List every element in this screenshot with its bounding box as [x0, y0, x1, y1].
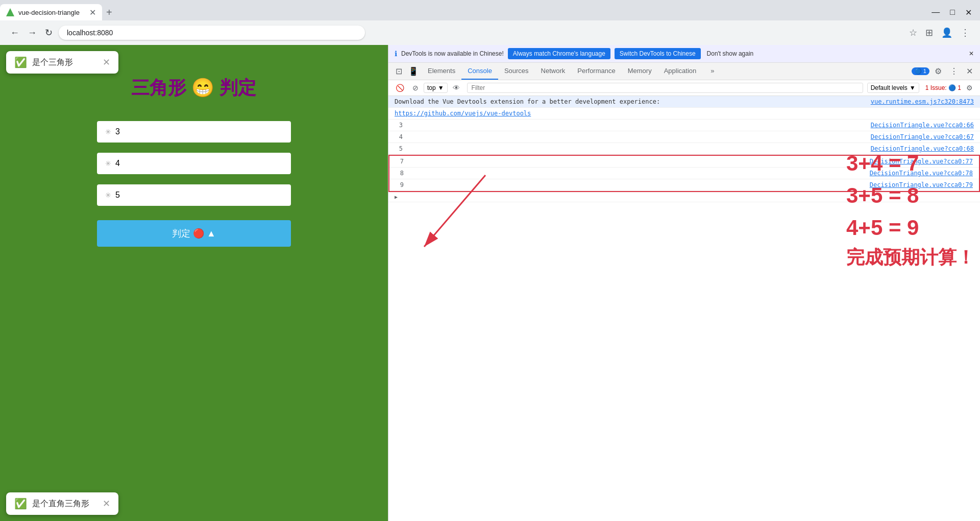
console-msg-3: 3 DecisionTriangle.vue?cca0:66 — [388, 120, 980, 131]
tab-memory[interactable]: Memory — [622, 63, 658, 80]
switch-chinese-button[interactable]: Switch DevTools to Chinese — [615, 48, 701, 59]
context-selector[interactable]: top ▼ — [424, 83, 448, 93]
tab-console[interactable]: Console — [461, 63, 498, 80]
devtools-responsive-icon[interactable]: 📱 — [405, 63, 422, 79]
log-levels-label: Default levels — [871, 84, 908, 91]
judge-button[interactable]: 判定 🔴 ▲ — [97, 220, 291, 247]
profile-button[interactable]: 👤 — [939, 25, 954, 40]
tab-performance[interactable]: Performance — [571, 63, 621, 80]
annotation-line-2: 3+5 = 8 — [846, 179, 975, 211]
address-bar: ← → ↻ ☆ ⊞ 👤 ⋮ — [0, 20, 980, 45]
console-output: Download the Vue Devtools extension for … — [388, 96, 980, 521]
log-levels-dropdown-icon: ▼ — [910, 84, 916, 91]
line-num-9: 9 — [396, 181, 404, 188]
webpage: ✅ 是个三角形 ✕ 三角形 😁 判定 ✳ ✳ ✳ — [0, 45, 388, 521]
toast-bottom: ✅ 是个直角三角形 ✕ — [6, 492, 118, 515]
close-devtools-icon[interactable]: ✕ — [963, 63, 976, 79]
settings-icon[interactable]: ⚙ — [932, 63, 945, 79]
tab-application[interactable]: Application — [658, 63, 703, 80]
console-msg-download: Download the Vue Devtools extension for … — [388, 96, 980, 108]
line-num-7: 7 — [396, 158, 404, 165]
console-msg-text-download: Download the Vue Devtools extension for … — [395, 98, 660, 105]
always-match-button[interactable]: Always match Chrome's language — [508, 48, 610, 59]
toast-close-button[interactable]: ✕ — [103, 57, 110, 68]
context-top-label: top — [427, 84, 436, 91]
back-button[interactable]: ← — [8, 26, 21, 40]
devtools-cursor-icon[interactable]: ⊡ — [393, 63, 405, 79]
browser-chrome: vue-decision-triangle ✕ + — □ ✕ ← → ↻ ☆ … — [0, 0, 980, 45]
tab-network[interactable]: Network — [535, 63, 572, 80]
line-num-4: 4 — [395, 133, 403, 140]
context-dropdown-icon: ▼ — [438, 84, 444, 91]
issue-badge: 🔵 1 — [912, 67, 929, 75]
forward-button[interactable]: → — [26, 26, 39, 40]
page-heading: 三角形 😁 判定 — [131, 76, 256, 101]
console-settings-icon[interactable]: ⚙ — [963, 82, 976, 93]
preserve-log-button[interactable]: ⊘ — [409, 82, 422, 93]
input-group-3: ✳ — [97, 184, 291, 206]
annotation-block: 3+4 = 7 3+5 = 8 4+5 = 9 完成预期计算！ — [846, 147, 975, 271]
console-msg-4: 4 DecisionTriangle.vue?cca0:67 — [388, 131, 980, 143]
devtools-toolbar-right: 🔵 1 ⚙ ⋮ ✕ — [912, 63, 976, 79]
toast-bottom-close-button[interactable]: ✕ — [103, 498, 110, 509]
tab-close-button[interactable]: ✕ — [89, 8, 96, 17]
tab-favicon — [6, 8, 14, 16]
toast-check-icon: ✅ — [14, 56, 27, 68]
eye-filter-button[interactable]: 👁 — [450, 82, 463, 93]
extensions-button[interactable]: ⊞ — [923, 25, 935, 40]
input-field-2: ✳ — [97, 153, 291, 174]
toast-top: ✅ 是个三角形 ✕ — [6, 51, 118, 74]
refresh-button[interactable]: ↻ — [43, 25, 55, 40]
form-area: 三角形 😁 判定 ✳ ✳ ✳ 判定 🔴 — [0, 45, 388, 262]
info-icon: ℹ — [395, 50, 397, 58]
input-group-1: ✳ — [97, 121, 291, 143]
line-num-3: 3 — [395, 122, 403, 129]
console-file-3[interactable]: DecisionTriangle.vue?cca0:66 — [871, 122, 974, 129]
devtools-info-bar: ℹ DevTools is now available in Chinese! … — [388, 45, 980, 63]
input-icon-3: ✳ — [105, 191, 111, 199]
annotation-line-1: 3+4 = 7 — [846, 147, 975, 179]
devtools-panel: ℹ DevTools is now available in Chinese! … — [388, 45, 980, 521]
info-bar-text: DevTools is now available in Chinese! — [401, 50, 504, 57]
devtools-tabs: ⊡ 📱 Elements Console Sources Network Per… — [388, 63, 980, 80]
tab-more[interactable]: » — [704, 63, 720, 80]
address-input[interactable] — [59, 26, 365, 40]
console-arrow-icon: ▶ — [395, 194, 398, 200]
tab-elements[interactable]: Elements — [422, 63, 461, 80]
input-group-2: ✳ — [97, 153, 291, 174]
tab-title: vue-decision-triangle — [18, 9, 85, 16]
menu-button[interactable]: ⋮ — [959, 25, 972, 40]
bookmark-button[interactable]: ☆ — [907, 25, 919, 40]
annotation-line-3: 4+5 = 9 — [846, 211, 975, 244]
dont-show-again[interactable]: Don't show again — [707, 50, 754, 57]
toast-bottom-text: 是个直角三角形 — [32, 499, 97, 509]
side-b-input[interactable] — [115, 159, 283, 168]
browser-tab[interactable]: vue-decision-triangle ✕ — [0, 4, 102, 20]
clear-console-button[interactable]: 🚫 — [393, 82, 407, 93]
console-toolbar: 🚫 ⊘ top ▼ 👁 Default levels ▼ 1 Issue: 🔵 … — [388, 80, 980, 96]
log-levels-selector[interactable]: Default levels ▼ — [867, 83, 919, 93]
input-icon-2: ✳ — [105, 159, 111, 168]
maximize-button[interactable]: □ — [946, 6, 959, 19]
vue-devtools-link[interactable]: https://github.com/vuejs/vue-devtools — [395, 110, 531, 117]
info-bar-close[interactable]: ✕ — [969, 50, 974, 57]
input-field-3: ✳ — [97, 184, 291, 206]
annotation-line-4: 完成预期计算！ — [846, 244, 975, 271]
console-filter-input[interactable] — [467, 83, 863, 93]
side-a-input[interactable] — [115, 127, 283, 136]
minimize-button[interactable]: — — [927, 6, 944, 19]
tab-sources[interactable]: Sources — [498, 63, 535, 80]
line-num-8: 8 — [396, 170, 404, 177]
more-options-icon[interactable]: ⋮ — [947, 63, 961, 79]
console-file-vue-runtime[interactable]: vue.runtime.esm.js?c320:8473 — [871, 98, 974, 105]
console-file-4[interactable]: DecisionTriangle.vue?cca0:67 — [871, 133, 974, 140]
toast-bottom-check-icon: ✅ — [14, 498, 27, 510]
input-icon-1: ✳ — [105, 128, 111, 136]
new-tab-button[interactable]: + — [102, 7, 116, 18]
main-area: ✅ 是个三角形 ✕ 三角形 😁 判定 ✳ ✳ ✳ — [0, 45, 980, 521]
close-button[interactable]: ✕ — [961, 6, 976, 19]
line-num-5: 5 — [395, 145, 403, 152]
tab-bar: vue-decision-triangle ✕ + — □ ✕ — [0, 0, 980, 20]
side-c-input[interactable] — [115, 191, 283, 200]
issues-count: 1 Issue: 🔵 1 — [925, 84, 961, 91]
